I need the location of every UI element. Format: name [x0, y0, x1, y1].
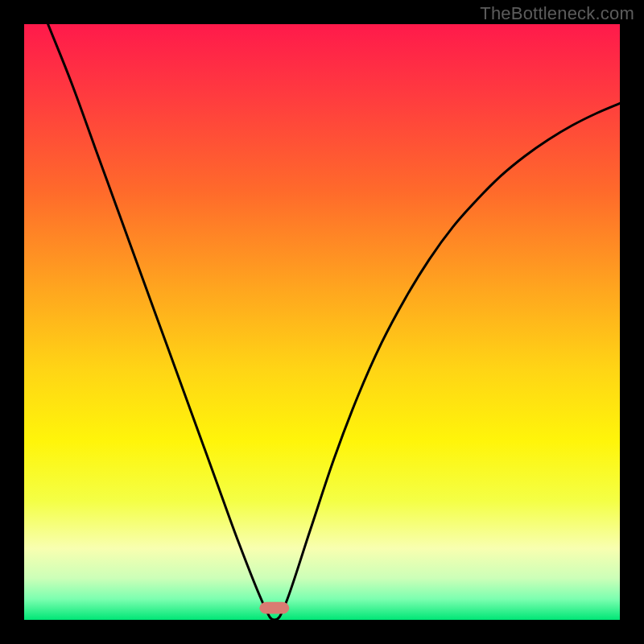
gradient-background [24, 24, 620, 620]
bottleneck-chart [24, 24, 620, 620]
bottleneck-marker [259, 602, 289, 614]
chart-frame: TheBottleneck.com [0, 0, 644, 644]
plot-area [24, 24, 620, 620]
watermark-text: TheBottleneck.com [480, 3, 634, 24]
